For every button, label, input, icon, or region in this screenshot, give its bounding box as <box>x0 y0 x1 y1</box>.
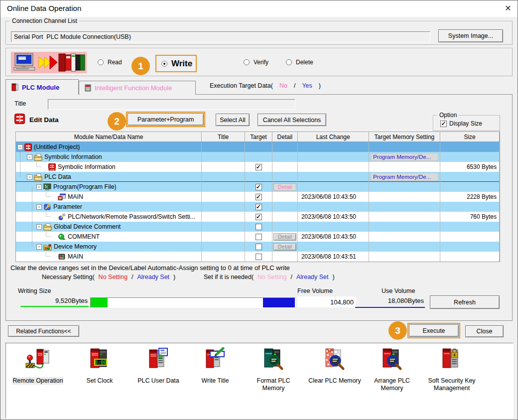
related-function-item[interactable]: 8:00 Set Clock <box>69 347 130 385</box>
table-row[interactable]: −Device MemoryDetail <box>16 242 500 252</box>
operation-mode-panel: Read Write Verify Delete <box>5 48 513 76</box>
related-function-item[interactable]: Soft Security Key Management <box>421 347 482 392</box>
table-header-cell[interactable]: Target Memory Setting <box>369 132 441 142</box>
execution-target-yes[interactable]: Yes <box>302 82 312 89</box>
target-checkbox[interactable] <box>256 254 262 260</box>
title-input[interactable] <box>48 99 295 110</box>
target-checkbox[interactable] <box>256 224 262 230</box>
table-row[interactable]: −PLC DataProgram Memory/De... <box>16 172 500 182</box>
tree-collapse-icon[interactable]: − <box>36 224 42 230</box>
target-checkbox[interactable]: ✓ <box>256 214 262 220</box>
select-all-button[interactable]: Select All <box>216 114 250 126</box>
related-function-label: PLC User Data <box>137 377 179 385</box>
target-checkbox[interactable]: ✓ <box>256 184 262 190</box>
write-radio-circle[interactable] <box>161 61 167 67</box>
related-function-label: Clear PLC Memory <box>308 377 361 385</box>
step-1-badge: 1 <box>131 57 150 75</box>
setif-no-setting: No Setting <box>258 274 286 280</box>
tree-collapse-icon[interactable]: − <box>17 144 23 150</box>
related-function-item[interactable]: Format PLC Memory <box>243 347 304 392</box>
related-function-item[interactable]: Write Title <box>185 347 246 385</box>
table-row[interactable]: −Program(Program File)✓Detail <box>16 182 500 192</box>
cancel-all-selections-button[interactable]: Cancel All Selections <box>258 114 326 126</box>
system-image-button[interactable]: System Image... <box>438 29 503 42</box>
row-label: Parameter <box>53 203 82 210</box>
parameter-program-highlight-box: Parameter+Program <box>126 112 205 127</box>
delete-radio-circle[interactable] <box>286 59 292 65</box>
table-row[interactable]: −Global Device Comment <box>16 222 500 232</box>
related-function-label: Write Title <box>202 377 229 385</box>
main-program-icon <box>58 193 66 201</box>
close-icon[interactable]: ✕ <box>503 3 514 14</box>
tree-collapse-icon[interactable]: − <box>36 204 42 210</box>
detail-button[interactable]: Detail <box>273 233 296 241</box>
display-size-checkbox[interactable]: ✓ <box>440 121 447 127</box>
write-volume-bar-green <box>91 298 108 307</box>
table-row[interactable]: −Symbolic InformationProgram Memory/De..… <box>16 152 500 162</box>
tree-collapse-icon[interactable]: − <box>27 174 32 180</box>
target-memory-setting[interactable]: Program Memory/De... <box>371 173 438 181</box>
related-function-item[interactable]: Arrange PLC Memory <box>362 347 422 392</box>
detail-button[interactable]: Detail <box>273 183 296 191</box>
verify-radio[interactable]: Verify <box>244 59 268 66</box>
read-radio-circle[interactable] <box>98 59 104 65</box>
target-memory-setting[interactable]: Program Memory/De... <box>371 153 438 161</box>
table-row[interactable]: PLC/Network/Remote Password/Switch Setti… <box>16 212 500 222</box>
tab-intelligent-function-module[interactable]: Intelligent Function Module <box>79 81 196 95</box>
parameter-icon <box>43 203 51 211</box>
option-group: Option ✓ Display Size <box>433 115 500 131</box>
parameter-program-button[interactable]: Parameter+Program <box>128 113 204 126</box>
table-header-cell[interactable]: Title <box>202 132 245 142</box>
delete-radio[interactable]: Delete <box>286 59 313 66</box>
table-row[interactable]: MAIN2023/06/08 10:43:51 <box>16 252 500 262</box>
detail-button[interactable]: Detail <box>273 243 296 251</box>
tree-collapse-icon[interactable]: − <box>27 154 32 160</box>
table-row[interactable]: COMMENTDetail2023/06/08 10:43:50 <box>16 232 500 242</box>
close-button[interactable]: Close <box>465 325 504 337</box>
target-checkbox[interactable] <box>256 244 262 250</box>
connection-channel-group-label: Connection Channel List <box>10 17 79 24</box>
online-data-operation-dialog: Online Data Operation ✕ Connection Chann… <box>0 0 518 420</box>
related-function-label: Arrange PLC Memory <box>374 377 410 392</box>
related-functions-panel: Remote Operation 8:00 Set Clock PLC User… <box>5 343 514 419</box>
write-radio[interactable]: Write <box>157 60 192 67</box>
edit-data-icon <box>14 114 25 124</box>
related-function-label: Remote Operation <box>12 377 63 385</box>
use-volume-underline <box>355 307 425 308</box>
execution-target-no[interactable]: No <box>279 82 287 89</box>
target-checkbox[interactable]: ✓ <box>256 204 262 210</box>
connection-channel-field[interactable]: Serial Port PLC Module Connection(USB) <box>11 31 430 42</box>
free-volume-value: 104,800 <box>330 298 354 306</box>
tree-elbow <box>36 162 41 167</box>
write-title-icon <box>202 347 228 372</box>
refresh-button[interactable]: Refresh <box>430 295 500 309</box>
format-plc-memory-icon <box>260 347 286 372</box>
execute-button[interactable]: Execute <box>409 324 459 337</box>
display-size-checkbox-row[interactable]: ✓ Display Size <box>440 120 482 127</box>
necessary-no-setting: No Setting <box>99 274 128 280</box>
related-function-item[interactable]: Clear PLC Memory <box>304 347 365 385</box>
table-row[interactable]: −Parameter✓ <box>16 202 500 212</box>
related-functions-button[interactable]: Related Functions<< <box>8 325 79 337</box>
target-checkbox[interactable] <box>256 234 262 240</box>
table-header-cell[interactable]: Size <box>440 132 500 142</box>
table-row[interactable]: −(Untitled Project) <box>16 142 500 152</box>
related-function-item[interactable]: Remote Operation <box>7 347 68 385</box>
table-header-cell[interactable]: Target <box>245 132 272 142</box>
table-header-cell[interactable]: Detail <box>272 132 298 142</box>
target-checkbox[interactable]: ✓ <box>256 194 262 200</box>
step-2-badge: 2 <box>108 112 126 131</box>
table-header-cell[interactable]: Last Change <box>298 132 369 142</box>
target-checkbox[interactable]: ✓ <box>256 164 262 170</box>
table-row[interactable]: GXWSymbolic Information✓6530 Bytes <box>16 162 500 172</box>
tree-collapse-icon[interactable]: − <box>36 244 42 250</box>
related-function-item[interactable]: PLC User Data <box>128 347 189 385</box>
tab-plc-module[interactable]: PLC Module <box>5 79 79 95</box>
tree-collapse-icon[interactable]: − <box>36 184 42 190</box>
table-header-cell[interactable]: Module Name/Data Name <box>16 132 202 142</box>
table-row[interactable]: MAIN✓2023/06/08 10:43:502228 Bytes <box>16 192 500 202</box>
verify-radio-circle[interactable] <box>244 59 250 65</box>
row-label: (Untitled Project) <box>34 143 80 150</box>
arrange-plc-memory-icon <box>379 347 405 372</box>
read-radio[interactable]: Read <box>98 59 122 66</box>
